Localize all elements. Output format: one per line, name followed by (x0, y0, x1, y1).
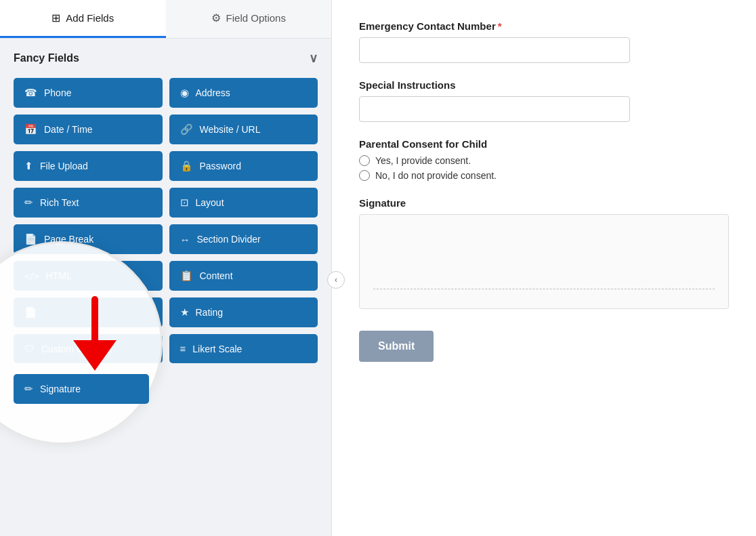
captcha-icon: 🛡 (24, 343, 35, 354)
page-break-icon: 📄 (24, 233, 37, 245)
field-btn-html-label: HTML (46, 270, 72, 281)
lock-icon: 🔒 (180, 160, 193, 172)
field-btn-phone[interactable]: ☎ Phone (14, 78, 163, 108)
field-btn-rating-label: Rating (196, 307, 223, 318)
html-icon: </> (24, 270, 39, 282)
radio-no-input[interactable] (359, 170, 370, 181)
address-icon: ◉ (180, 87, 189, 99)
field-btn-website-url[interactable]: 🔗 Website / URL (169, 115, 318, 144)
emergency-contact-label: Emergency Contact Number* (359, 20, 729, 32)
fields-grid: ☎ Phone ◉ Address 📅 Date / Time 🔗 Websit… (0, 78, 331, 374)
radio-option-yes: Yes, I provide consent. (359, 155, 729, 166)
field-btn-password-label: Password (200, 161, 241, 171)
field-btn-likert-scale-label: Likert Scale (192, 344, 242, 354)
star-icon: ★ (180, 306, 189, 318)
field-btn-address-label: Address (196, 87, 230, 98)
field-btn-address[interactable]: ◉ Address (169, 78, 318, 108)
signature-line (373, 289, 715, 289)
fancy-fields-header: Fancy Fields ∨ (0, 39, 331, 78)
chevron-down-icon[interactable]: ∨ (309, 51, 318, 66)
field-btn-website-url-label: Website / URL (200, 124, 261, 135)
special-instructions-field: Special Instructions (359, 79, 729, 122)
radio-yes-input[interactable] (359, 155, 370, 166)
field-btn-password[interactable]: 🔒 Password (169, 151, 318, 181)
field-btn-rating[interactable]: ★ Rating (169, 297, 318, 327)
submit-button[interactable]: Submit (359, 331, 434, 362)
tab-add-fields-label: Add Fields (66, 12, 114, 24)
field-btn-layout[interactable]: ⊡ Layout (169, 188, 318, 218)
field-btn-page-break-label: Page Break (44, 234, 93, 245)
signature-label: Signature (359, 197, 729, 209)
field-btn-date-time[interactable]: 📅 Date / Time (14, 115, 163, 144)
field-btn-signature[interactable]: ✏ Signature (14, 374, 149, 404)
field-btn-likert-scale[interactable]: ≡ Likert Scale (169, 334, 318, 363)
emergency-contact-field: Emergency Contact Number* (359, 20, 729, 63)
upload-icon: ⬆ (24, 160, 33, 172)
field-btn-section-divider[interactable]: ↔ Section Divider (169, 224, 318, 254)
likert-icon: ≡ (180, 343, 186, 354)
emergency-contact-input[interactable] (359, 37, 630, 63)
field-btn-rich-text-label: Rich Text (40, 197, 79, 208)
tab-field-options-label: Field Options (226, 12, 286, 24)
parental-consent-label: Parental Consent for Child (359, 138, 729, 150)
layout-icon: ⊡ (180, 197, 189, 209)
phone-icon: ☎ (24, 87, 37, 99)
table-icon: ⊞ (51, 12, 60, 24)
signature-field: Signature (359, 197, 729, 309)
preview-icon: 📄 (24, 306, 37, 318)
required-indicator: * (498, 20, 502, 32)
signature-icon: ✏ (24, 383, 33, 395)
field-btn-custom-captcha-label: Custom Captcha (41, 344, 112, 354)
field-btn-custom-captcha[interactable]: 🛡 Custom Captcha (14, 334, 163, 363)
special-instructions-label: Special Instructions (359, 79, 729, 91)
radio-group-consent: Yes, I provide consent. No, I do not pro… (359, 155, 729, 181)
field-btn-content[interactable]: 📋 Content (169, 261, 318, 291)
field-btn-file-upload-label: File Upload (40, 161, 88, 171)
panel-collapse-toggle[interactable]: ‹ (327, 271, 345, 289)
radio-option-no: No, I do not provide consent. (359, 170, 729, 181)
field-btn-date-time-label: Date / Time (44, 124, 93, 135)
fancy-fields-title: Fancy Fields (14, 52, 79, 64)
field-btn-entry-preview[interactable]: 📄 ​ (14, 297, 163, 327)
link-icon: 🔗 (180, 123, 193, 136)
field-btn-html[interactable]: </> HTML (14, 261, 163, 291)
field-btn-content-label: Content (200, 270, 233, 281)
submit-label: Submit (378, 340, 415, 352)
signature-box[interactable] (359, 214, 729, 309)
radio-no-label: No, I do not provide consent. (375, 170, 497, 181)
settings-icon: ⚙ (211, 12, 221, 24)
field-btn-file-upload[interactable]: ⬆ File Upload (14, 151, 163, 181)
tab-bar: ⊞ Add Fields ⚙ Field Options (0, 0, 331, 39)
field-btn-page-break[interactable]: 📄 Page Break (14, 224, 163, 254)
tab-field-options[interactable]: ⚙ Field Options (166, 0, 332, 38)
special-instructions-input[interactable] (359, 96, 630, 122)
field-btn-rich-text[interactable]: ✏ Rich Text (14, 188, 163, 218)
divider-icon: ↔ (180, 234, 190, 245)
field-btn-layout-label: Layout (196, 197, 224, 208)
edit-icon: ✏ (24, 197, 33, 209)
field-btn-signature-label: Signature (40, 384, 81, 394)
parental-consent-field: Parental Consent for Child Yes, I provid… (359, 138, 729, 181)
tab-add-fields[interactable]: ⊞ Add Fields (0, 0, 166, 38)
content-icon: 📋 (180, 270, 193, 282)
radio-yes-label: Yes, I provide consent. (375, 155, 471, 166)
field-btn-section-divider-label: Section Divider (197, 234, 261, 245)
form-preview-panel: Emergency Contact Number* Special Instru… (332, 0, 756, 536)
calendar-icon: 📅 (24, 123, 37, 136)
field-btn-phone-label: Phone (44, 87, 71, 98)
